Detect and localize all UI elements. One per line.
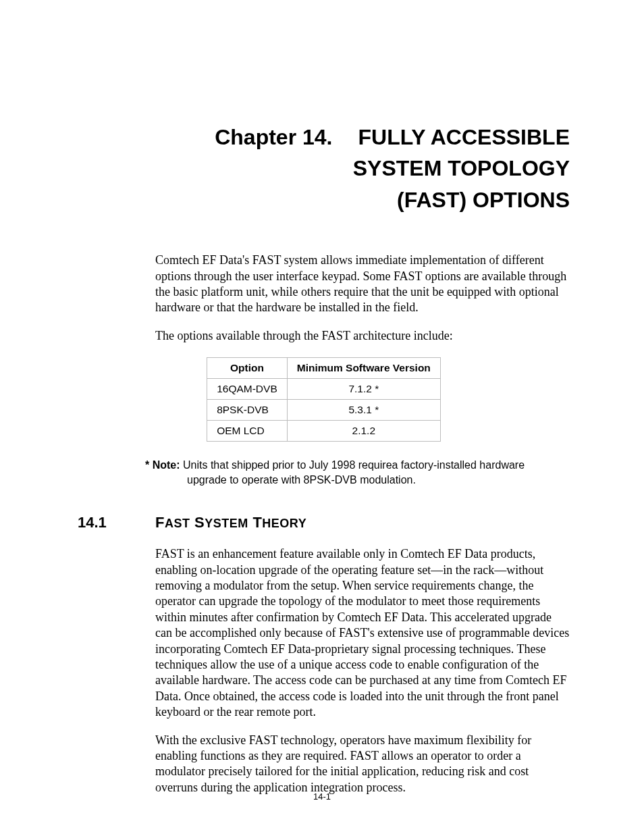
intro-paragraph-1: Comtech EF Data's FAST system allows imm… <box>78 253 570 316</box>
table-header-option: Option <box>207 358 288 379</box>
section-heading: 14.1 FAST SYSTEM THEORY <box>78 514 570 531</box>
table-row: 8PSK-DVB 5.3.1 * <box>207 400 441 421</box>
table-cell-version: 2.1.2 <box>287 421 440 442</box>
table-cell-option: OEM LCD <box>207 421 288 442</box>
table-row: 16QAM-DVB 7.1.2 * <box>207 379 441 400</box>
chapter-title-line2: SYSTEM TOPOLOGY <box>353 156 570 180</box>
options-table: Option Minimum Software Version 16QAM-DV… <box>207 357 441 442</box>
table-cell-version: 5.3.1 * <box>287 400 440 421</box>
note-label: * Note: <box>145 459 180 471</box>
chapter-number: Chapter 14. <box>215 122 332 153</box>
chapter-title-line1: FULLY ACCESSIBLE <box>358 125 570 149</box>
note-text-line2: upgrade to operate with 8PSK-DVB modulat… <box>145 474 416 486</box>
section-title: FAST SYSTEM THEORY <box>155 514 306 531</box>
table-cell-version: 7.1.2 * <box>287 379 440 400</box>
table-row: OEM LCD 2.1.2 <box>207 421 441 442</box>
footnote: * Note: Units that shipped prior to July… <box>78 458 570 487</box>
section-paragraph-2: With the exclusive FAST technology, oper… <box>78 733 570 796</box>
table-cell-option: 8PSK-DVB <box>207 400 288 421</box>
chapter-title-line3: (FAST) OPTIONS <box>397 188 570 212</box>
page: Chapter 14.FULLY ACCESSIBLE SYSTEM TOPOL… <box>0 0 644 834</box>
page-number: 14-1 <box>0 791 644 802</box>
table-cell-option: 16QAM-DVB <box>207 379 288 400</box>
chapter-heading: Chapter 14.FULLY ACCESSIBLE SYSTEM TOPOL… <box>78 122 570 215</box>
intro-paragraph-2: The options available through the FAST a… <box>78 328 570 344</box>
note-text-line1: Units that shipped prior to July 1998 re… <box>183 459 525 471</box>
section-paragraph-1: FAST is an enhancement feature available… <box>78 546 570 720</box>
table-header-row: Option Minimum Software Version <box>207 358 441 379</box>
table-header-version: Minimum Software Version <box>287 358 440 379</box>
section-number: 14.1 <box>78 514 155 531</box>
